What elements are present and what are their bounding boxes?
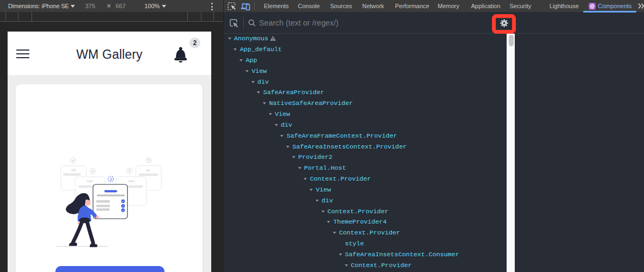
svg-text:4: 4 xyxy=(128,169,130,172)
svg-text:5: 5 xyxy=(148,158,150,162)
svg-text:3: 3 xyxy=(110,177,112,182)
